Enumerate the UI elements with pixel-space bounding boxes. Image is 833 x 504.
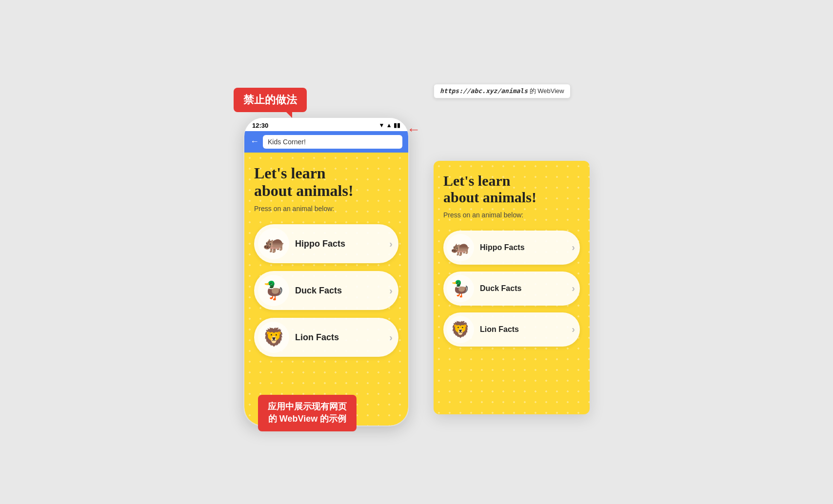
hippo-icon: 🦛 [258, 228, 289, 259]
webview-example-badge: 应用中展示现有网页的 WebView 的示例 [258, 395, 357, 431]
lion-button[interactable]: 🦁 Lion Facts › [254, 318, 398, 357]
webview-url-code: https://abc.xyz/animals [440, 87, 528, 95]
lion-chevron-icon: › [389, 332, 393, 343]
phone-content: Let's learnabout animals! Press on an an… [244, 153, 408, 426]
webview-panel: Let's learnabout animals! Press on an an… [434, 161, 590, 414]
phone-status-bar: 12:30 ▼ ▲ ▮▮ [244, 118, 408, 131]
phone-content-subtitle: Press on an animal below: [254, 205, 398, 213]
webview-content-title: Let's learnabout animals! [443, 173, 580, 206]
webview-hippo-chevron-icon: › [572, 242, 575, 253]
webview-duck-chevron-icon: › [572, 283, 575, 294]
webview-section: https://abc.xyz/animals 的 WebView ← Let'… [434, 102, 590, 414]
phone-content-title: Let's learnabout animals! [254, 164, 398, 200]
webview-lion-button[interactable]: 🦁 Lion Facts › [443, 312, 580, 347]
webview-lion-label: Lion Facts [480, 325, 572, 334]
status-icons: ▼ ▲ ▮▮ [379, 122, 400, 129]
phone-mockup: 12:30 ▼ ▲ ▮▮ ← Kids Corner! Let's learna… [243, 117, 409, 426]
webview-hippo-icon: 🦛 [447, 234, 474, 261]
webview-duck-icon: 🦆 [447, 275, 474, 302]
webview-hippo-label: Hippo Facts [480, 243, 572, 252]
hippo-chevron-icon: › [389, 238, 393, 250]
webview-url-label: https://abc.xyz/animals 的 WebView [434, 84, 571, 98]
webview-lion-icon: 🦁 [447, 316, 474, 343]
hippo-button[interactable]: 🦛 Hippo Facts › [254, 224, 398, 263]
webview-duck-button[interactable]: 🦆 Duck Facts › [443, 271, 580, 306]
forbidden-badge: 禁止的做法 [234, 88, 307, 112]
webview-suffix: 的 WebView [530, 87, 564, 95]
phone-nav-bar: ← Kids Corner! [244, 131, 408, 153]
webview-duck-label: Duck Facts [480, 284, 572, 293]
duck-chevron-icon: › [389, 285, 393, 296]
webview-hippo-button[interactable]: 🦛 Hippo Facts › [443, 231, 580, 265]
lion-icon: 🦁 [258, 322, 289, 353]
phone-url-bar: Kids Corner! [263, 135, 402, 149]
red-arrow-icon: ← [407, 122, 420, 137]
webview-content: Let's learnabout animals! Press on an an… [434, 161, 590, 414]
back-button[interactable]: ← [250, 136, 259, 147]
duck-icon: 🦆 [258, 275, 289, 306]
webview-content-subtitle: Press on an animal below: [443, 211, 580, 219]
status-time: 12:30 [252, 122, 268, 129]
lion-label: Lion Facts [295, 332, 389, 343]
duck-label: Duck Facts [295, 286, 389, 296]
webview-lion-chevron-icon: › [572, 324, 575, 335]
duck-button[interactable]: 🦆 Duck Facts › [254, 271, 398, 310]
hippo-label: Hippo Facts [295, 239, 389, 249]
